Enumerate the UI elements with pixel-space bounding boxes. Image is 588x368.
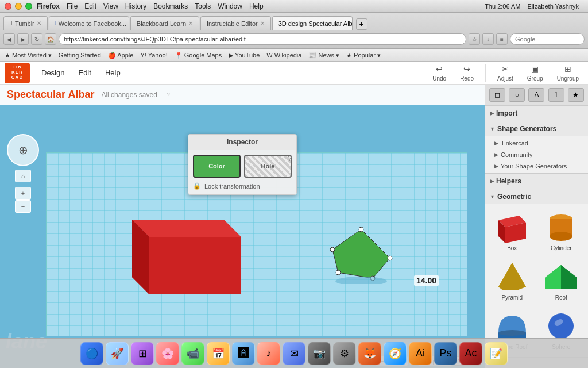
ungroup-button[interactable]: ⊞ Ungroup xyxy=(552,63,583,83)
sidebar-cube-icon[interactable]: ◻ xyxy=(489,88,505,102)
tab-close-instructable[interactable]: ✕ xyxy=(260,20,265,26)
green-shape[interactable] xyxy=(327,227,396,286)
import-section-header[interactable]: Import xyxy=(485,106,588,121)
inspector-buttons: Color Hole ? xyxy=(193,155,292,178)
zoom-in-button[interactable]: + xyxy=(15,187,31,200)
search-input[interactable] xyxy=(510,33,585,45)
menu-bookmarks[interactable]: Bookmarks xyxy=(153,2,188,10)
back-button[interactable]: ◀ xyxy=(3,33,15,45)
geometric-section-header[interactable]: Geometric xyxy=(485,189,588,204)
inspector-help-button[interactable]: ? xyxy=(288,154,292,163)
menu-window[interactable]: Window xyxy=(218,2,242,10)
tinkercad-subsection-header[interactable]: Tinkercad xyxy=(485,137,588,149)
dock-mission-control[interactable]: ⊞ xyxy=(131,342,154,365)
shape-item-box[interactable]: Box xyxy=(490,209,535,254)
adjust-button[interactable]: ✂ Adjust xyxy=(493,63,518,83)
shape-item-roof[interactable]: Roof xyxy=(539,258,584,303)
dock-settings[interactable]: ⚙ xyxy=(333,342,356,365)
orbit-control[interactable]: ⊕ xyxy=(7,134,39,166)
dock-photoshop[interactable]: Ps xyxy=(434,342,457,365)
group-button[interactable]: ▣ Group xyxy=(523,63,548,83)
design-area[interactable]: Spectacular Albar All changes saved ? xyxy=(0,85,485,368)
bookmark-wikipedia[interactable]: W Wikipedia xyxy=(266,52,301,59)
close-button[interactable] xyxy=(5,3,11,10)
dock-appstore[interactable]: 🅰 xyxy=(232,342,255,365)
red-box[interactable] xyxy=(115,202,241,302)
tab-tumblr[interactable]: T Tumblr ✕ xyxy=(3,16,48,30)
home-button[interactable]: 🏠 xyxy=(45,33,56,45)
menu-file[interactable]: File xyxy=(67,2,78,10)
window-controls[interactable] xyxy=(5,3,32,10)
svg-marker-2 xyxy=(149,237,241,294)
bookmark-most-visited[interactable]: ★ Most Visited ▾ xyxy=(5,52,52,59)
bookmark-news[interactable]: 📰 News ▾ xyxy=(308,52,339,59)
tab-blackboard[interactable]: Blackboard Learn ✕ xyxy=(130,16,199,30)
tab-instructable[interactable]: Instructable Editor ✕ xyxy=(200,16,271,30)
sidebar-star-icon[interactable]: ★ xyxy=(568,88,584,102)
shape-item-pyramid[interactable]: Pyramid xyxy=(490,258,535,303)
viewport[interactable]: 14.00 ⊕ ⌂ + − lane Edit grid xyxy=(0,105,485,368)
bookmark-popular[interactable]: ★ Popular ▾ xyxy=(346,52,381,59)
minimize-button[interactable] xyxy=(15,3,22,10)
saved-status: All changes saved xyxy=(101,91,157,99)
dock-photos[interactable]: 🌸 xyxy=(156,342,179,365)
menu-edit[interactable]: Edit xyxy=(84,2,96,10)
bookmark-apple[interactable]: 🍎 Apple xyxy=(108,52,134,59)
dock-facetime[interactable]: 📹 xyxy=(181,342,204,365)
shape-item-cylinder[interactable]: Cylinder xyxy=(539,209,584,254)
helpers-section-header[interactable]: Helpers xyxy=(485,174,588,189)
hole-button[interactable]: Hole xyxy=(244,155,292,178)
dock-calendar[interactable]: 📅 xyxy=(207,342,230,365)
help-nav-button[interactable]: Help xyxy=(98,66,127,79)
dock-pages[interactable]: 📝 xyxy=(485,342,508,365)
dock-camera[interactable]: 📷 xyxy=(308,342,331,365)
bookmark-getting-started[interactable]: Getting Started xyxy=(59,52,101,59)
bookmark-yahoo[interactable]: Y! Yahoo! xyxy=(140,52,167,59)
zoom-out-button[interactable]: − xyxy=(15,200,31,213)
menu-view[interactable]: View xyxy=(103,2,118,10)
color-button[interactable]: Color xyxy=(193,155,241,178)
sidebar-text-icon[interactable]: A xyxy=(528,88,544,102)
dock-acrobat[interactable]: Ac xyxy=(459,342,482,365)
download-button[interactable]: ↓ xyxy=(482,33,494,45)
tab-facebook[interactable]: f Welcome to Facebook... ✕ xyxy=(49,16,129,30)
bookmark-star[interactable]: ☆ xyxy=(469,33,480,45)
tab-close-tumblr[interactable]: ✕ xyxy=(37,20,41,26)
menu-tools[interactable]: Tools xyxy=(195,2,211,10)
dock-safari[interactable]: 🧭 xyxy=(384,342,407,365)
tinkercad-logo[interactable]: TIN KER CAD xyxy=(5,63,30,83)
dock-firefox[interactable]: 🦊 xyxy=(358,342,381,365)
community-subsection-header[interactable]: Community xyxy=(485,149,588,160)
tab-close-blackboard[interactable]: ✕ xyxy=(188,20,193,26)
bookmark-youtube[interactable]: ▶ YouTube xyxy=(229,52,260,59)
tab-tinkercad[interactable]: 3D design Spectacular Alb... ✕ xyxy=(272,16,353,30)
new-tab-button[interactable]: + xyxy=(356,18,368,30)
sidebar-sphere-icon[interactable]: ○ xyxy=(509,88,525,102)
redo-button[interactable]: ↪ Redo xyxy=(455,63,478,83)
dock-mail[interactable]: ✉ xyxy=(283,342,305,365)
forward-button[interactable]: ▶ xyxy=(17,33,29,45)
tab-close-facebook[interactable]: ✕ xyxy=(129,20,129,26)
design-nav-button[interactable]: Design xyxy=(34,66,71,79)
menu-history[interactable]: History xyxy=(125,2,146,10)
menu-help[interactable]: Help xyxy=(249,2,264,10)
your-shape-generators-header[interactable]: Your Shape Generators xyxy=(485,160,588,172)
dock-finder[interactable]: 🔵 xyxy=(80,342,103,365)
sidebar-number-icon[interactable]: 1 xyxy=(548,88,564,102)
shape-generators-header[interactable]: Shape Generators xyxy=(485,121,588,136)
lock-row[interactable]: 🔒 Lock transformation xyxy=(193,182,292,190)
home-view-button[interactable]: ⌂ xyxy=(15,170,31,182)
menu-button[interactable]: ≡ xyxy=(496,33,508,45)
url-input[interactable] xyxy=(59,33,466,45)
maximize-button[interactable] xyxy=(25,3,32,10)
bookmark-google-maps[interactable]: 📍 Google Maps xyxy=(175,52,222,59)
round-roof-shape-icon xyxy=(494,310,531,342)
address-bar: ◀ ▶ ↻ 🏠 ☆ ↓ ≡ xyxy=(3,32,585,46)
edit-nav-button[interactable]: Edit xyxy=(71,66,98,79)
dock-itunes[interactable]: ♪ xyxy=(257,342,280,365)
dock-illustrator[interactable]: Ai xyxy=(409,342,432,365)
undo-button[interactable]: ↩ Undo xyxy=(428,63,451,83)
dock-launchpad[interactable]: 🚀 xyxy=(106,342,129,365)
reload-button[interactable]: ↻ xyxy=(31,33,42,45)
menu-firefox[interactable]: Firefox xyxy=(37,2,60,10)
